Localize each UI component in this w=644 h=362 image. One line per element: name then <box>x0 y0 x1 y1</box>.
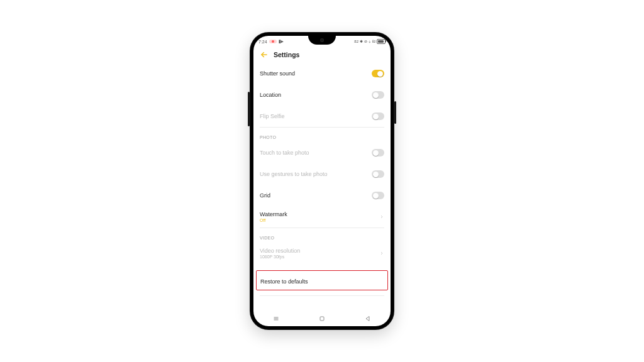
chevron-right-icon <box>379 214 384 219</box>
section-photo: PHOTO <box>260 128 384 142</box>
system-nav-bar <box>253 311 391 326</box>
toggle-touch-photo <box>372 149 384 156</box>
stage: 7:24 ▮▸ 82 ✱ ⊘ ⏚ ₪ Settings <box>0 0 644 362</box>
label-grid: Grid <box>260 192 270 199</box>
nav-home-button[interactable] <box>318 315 326 322</box>
row-restore-defaults[interactable]: Restore to defaults <box>256 270 388 290</box>
value-watermark: Off <box>260 218 287 222</box>
chevron-right-icon <box>379 251 384 256</box>
label-restore-defaults: Restore to defaults <box>260 278 308 285</box>
section-video: VIDEO <box>260 228 384 243</box>
mic-indicator <box>269 40 277 43</box>
row-location[interactable]: Location <box>260 84 384 106</box>
label-shutter-sound: Shutter sound <box>260 70 295 77</box>
square-icon <box>318 315 326 322</box>
row-video-resolution: Video resolution 1080P 30fps <box>260 243 384 264</box>
phone-frame: 7:24 ▮▸ 82 ✱ ⊘ ⏚ ₪ Settings <box>250 32 394 330</box>
toggle-grid[interactable] <box>372 192 384 199</box>
label-touch-photo: Touch to take photo <box>260 150 309 156</box>
label-watermark: Watermark <box>260 211 287 217</box>
svg-rect-0 <box>320 317 324 321</box>
phone-screen: 7:24 ▮▸ 82 ✱ ⊘ ⏚ ₪ Settings <box>253 36 391 326</box>
row-flip-selfie: Flip Selfie <box>260 106 384 127</box>
settings-list: Shutter sound Location Flip Selfie PHOTO… <box>253 63 391 311</box>
label-flip-selfie: Flip Selfie <box>260 113 285 119</box>
camera-indicator-icon: ▮▸ <box>279 39 284 44</box>
spacer <box>260 264 384 270</box>
status-battery-text: 82 <box>354 40 358 43</box>
row-touch-photo: Touch to take photo <box>260 142 384 163</box>
battery-icon <box>377 39 386 44</box>
toggle-gestures-photo <box>372 170 384 178</box>
wifi-icon: ⏚ <box>369 40 371 43</box>
bluetooth-icon: ✱ <box>360 40 363 43</box>
row-watermark[interactable]: Watermark Off <box>260 206 384 228</box>
arrow-left-icon <box>260 50 269 59</box>
label-video-resolution: Video resolution <box>260 248 300 254</box>
toggle-flip-selfie <box>372 112 384 120</box>
label-location: Location <box>260 92 281 98</box>
back-button[interactable] <box>260 50 269 59</box>
nav-recents-button[interactable] <box>272 315 280 322</box>
row-grid[interactable]: Grid <box>260 185 384 206</box>
title-bar: Settings <box>253 47 391 63</box>
nav-back-button[interactable] <box>364 315 372 322</box>
row-shutter-sound[interactable]: Shutter sound <box>260 63 384 84</box>
divider <box>260 295 384 296</box>
toggle-location[interactable] <box>372 91 384 99</box>
triangle-left-icon <box>364 315 372 322</box>
status-bar-right: 82 ✱ ⊘ ⏚ ₪ <box>354 39 386 44</box>
label-gestures-photo: Use gestures to take photo <box>260 171 328 177</box>
status-bar-left: 7:24 ▮▸ <box>258 39 284 44</box>
row-gestures-photo: Use gestures to take photo <box>260 163 384 185</box>
status-time: 7:24 <box>258 40 267 44</box>
page-title: Settings <box>274 51 299 58</box>
toggle-shutter-sound[interactable] <box>372 70 384 77</box>
menu-icon <box>272 315 280 322</box>
value-video-resolution: 1080P 30fps <box>260 255 300 259</box>
signal-icon: ₪ <box>372 40 375 43</box>
dnd-icon: ⊘ <box>364 40 367 43</box>
